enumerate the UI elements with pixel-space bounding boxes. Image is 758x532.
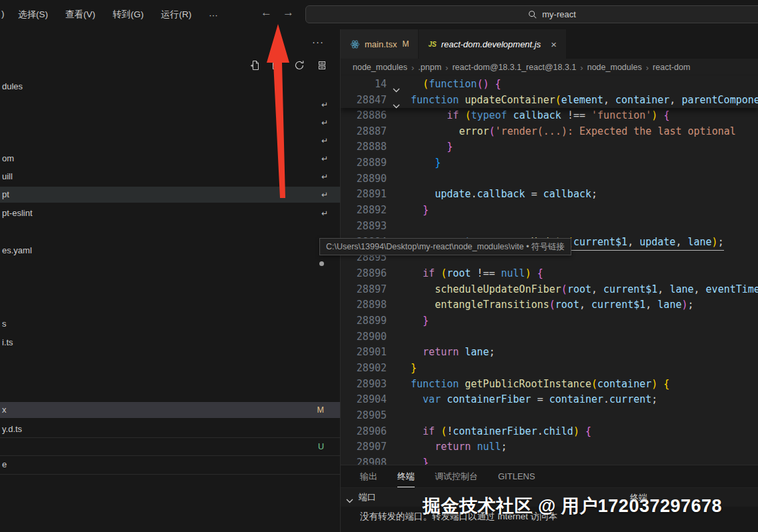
- menu-item[interactable]: 查看(V): [57, 9, 104, 21]
- code-line[interactable]: 28899}: [341, 313, 758, 329]
- code-line[interactable]: 28897scheduleUpdateOnFiber(root, current…: [341, 282, 758, 298]
- code-line[interactable]: 28901return lane;: [341, 345, 758, 361]
- panel-tab-gitlens[interactable]: GITLENS: [498, 465, 535, 487]
- sticky-line[interactable]: 14(function() {: [341, 76, 758, 92]
- line-number[interactable]: 28890: [341, 171, 387, 187]
- code-text[interactable]: if (typeof callback !== 'function') {: [411, 108, 669, 124]
- code-text[interactable]: }: [411, 139, 453, 155]
- code-line[interactable]: 28898entangleTransitions(root, current$1…: [341, 297, 758, 313]
- code-text[interactable]: update.callback = callback;: [411, 187, 597, 203]
- file-row[interactable]: ↵: [0, 133, 340, 149]
- line-number[interactable]: 28907: [341, 439, 387, 455]
- file-row[interactable]: es.yaml: [0, 243, 340, 259]
- code-text[interactable]: (function() {: [411, 76, 501, 92]
- line-number[interactable]: 28887: [341, 124, 387, 140]
- clipped-menu-item[interactable]: ): [1, 9, 5, 19]
- line-number[interactable]: 28904: [341, 392, 387, 408]
- fold-chevron-icon[interactable]: [393, 97, 400, 113]
- menu-item[interactable]: ···: [200, 10, 227, 20]
- code-line[interactable]: 28890: [341, 171, 758, 187]
- tab-react-dom-development-js[interactable]: JSreact-dom.development.js×: [419, 29, 567, 59]
- code-text[interactable]: return lane;: [411, 345, 495, 361]
- code-text[interactable]: error('render(...): Expected the last op…: [411, 124, 742, 140]
- line-number[interactable]: 28892: [341, 203, 387, 219]
- line-number[interactable]: 14: [341, 76, 387, 92]
- tab-main-tsx[interactable]: main.tsxM: [341, 29, 419, 59]
- new-folder-icon[interactable]: [272, 60, 283, 71]
- code-text[interactable]: if (!containerFiber.child) {: [411, 424, 591, 440]
- panel-tab-output[interactable]: 输出: [360, 465, 377, 487]
- file-row[interactable]: U: [0, 439, 340, 455]
- line-number[interactable]: 28906: [341, 424, 387, 440]
- code-text[interactable]: if (root !== null) {: [411, 266, 543, 282]
- code-line[interactable]: 28892}: [341, 203, 758, 219]
- more-actions-icon[interactable]: ···: [312, 36, 324, 47]
- code-line[interactable]: 28903function getPublicRootInstance(cont…: [341, 377, 758, 393]
- code-line[interactable]: 28888}: [341, 139, 758, 155]
- line-number[interactable]: 28903: [341, 377, 387, 393]
- file-row[interactable]: pt-eslint↵: [0, 205, 340, 221]
- breadcrumb-item[interactable]: react-dom@18.3.1_react@18.3.1: [452, 63, 576, 72]
- line-number[interactable]: 28902: [341, 361, 387, 377]
- code-text[interactable]: }: [411, 361, 417, 377]
- code-line[interactable]: 28908}: [341, 455, 758, 465]
- refresh-icon[interactable]: [294, 60, 305, 71]
- code-text[interactable]: entangleTransitions(root, current$1, lan…: [411, 297, 694, 313]
- code-line[interactable]: 28896if (root !== null) {: [341, 266, 758, 282]
- code-line[interactable]: 28893: [341, 219, 758, 235]
- line-number[interactable]: 28905: [341, 408, 387, 424]
- line-number[interactable]: 28893: [341, 219, 387, 235]
- line-number[interactable]: 28889: [341, 155, 387, 171]
- file-row[interactable]: s: [0, 316, 340, 332]
- close-icon[interactable]: ×: [551, 39, 557, 50]
- code-text[interactable]: scheduleUpdateOnFiber(root, current$1, l…: [411, 282, 758, 298]
- file-row[interactable]: ↵: [0, 97, 340, 113]
- panel-tab-terminal[interactable]: 终端: [397, 465, 415, 487]
- code-text[interactable]: function updateContainer(element, contai…: [411, 92, 758, 108]
- code-line[interactable]: 28900: [341, 329, 758, 345]
- line-number[interactable]: 28899: [341, 313, 387, 329]
- panel-tab-debug-console[interactable]: 调试控制台: [435, 465, 478, 487]
- line-number[interactable]: 28891: [341, 187, 387, 203]
- file-row[interactable]: e: [0, 457, 340, 473]
- code-line[interactable]: 28886if (typeof callback !== 'function')…: [341, 108, 758, 124]
- code-line[interactable]: 28889}: [341, 155, 758, 171]
- line-number[interactable]: 28908: [341, 455, 387, 465]
- file-row[interactable]: dules: [0, 79, 340, 95]
- sticky-line[interactable]: 28847function updateContainer(element, c…: [341, 92, 758, 108]
- breadcrumb-item[interactable]: node_modules: [587, 63, 642, 72]
- code-line[interactable]: 28891update.callback = callback;: [341, 187, 758, 203]
- code-text[interactable]: return null;: [411, 439, 507, 455]
- line-number[interactable]: 28886: [341, 108, 387, 124]
- file-row[interactable]: y.d.ts: [0, 421, 340, 437]
- code-text[interactable]: }: [411, 155, 441, 171]
- file-row[interactable]: uill↵: [0, 169, 340, 185]
- code-text[interactable]: }: [411, 203, 429, 219]
- code-line[interactable]: 28887error('render(...): Expected the la…: [341, 124, 758, 140]
- breadcrumb-item[interactable]: node_modules: [353, 63, 407, 72]
- code-line[interactable]: 28905: [341, 408, 758, 424]
- command-center-search[interactable]: my-react: [305, 5, 758, 23]
- breadcrumb-item[interactable]: .pnpm: [418, 63, 441, 72]
- line-number[interactable]: 28896: [341, 266, 387, 282]
- line-number[interactable]: 28888: [341, 139, 387, 155]
- line-number[interactable]: 28898: [341, 297, 387, 313]
- nav-back-icon[interactable]: ←: [261, 6, 272, 19]
- menu-item[interactable]: 运行(R): [153, 9, 201, 21]
- code-text[interactable]: var containerFiber = container.current;: [411, 392, 657, 408]
- menu-item[interactable]: 转到(G): [104, 9, 153, 21]
- code-text[interactable]: }: [411, 455, 429, 465]
- file-row[interactable]: ↵: [0, 115, 340, 131]
- code-text[interactable]: function getPublicRootInstance(container…: [411, 377, 669, 393]
- breadcrumb-item[interactable]: react-dom: [653, 63, 690, 72]
- menu-item[interactable]: 选择(S): [9, 9, 57, 21]
- code-line[interactable]: 28904var containerFiber = container.curr…: [341, 392, 758, 408]
- line-number[interactable]: 28847: [341, 92, 387, 108]
- file-row[interactable]: xM: [0, 402, 340, 418]
- code-text[interactable]: }: [411, 313, 429, 329]
- file-row[interactable]: i.ts: [0, 335, 340, 351]
- line-number[interactable]: 28897: [341, 282, 387, 298]
- line-number[interactable]: 28901: [341, 345, 387, 361]
- code-area[interactable]: 28886if (typeof callback !== 'function')…: [341, 108, 758, 465]
- file-row[interactable]: om↵: [0, 151, 340, 167]
